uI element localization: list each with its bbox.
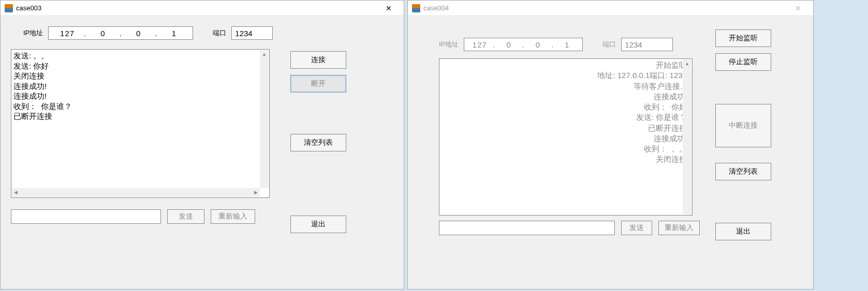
- port-input[interactable]: [621, 38, 673, 51]
- send-button[interactable]: 发送: [167, 209, 204, 224]
- ip-seg-1: 127: [53, 29, 82, 38]
- message-input[interactable]: [11, 209, 161, 224]
- start-listen-button[interactable]: 开始监听: [715, 29, 771, 47]
- log-line: 关闭连接: [13, 71, 267, 81]
- send-button[interactable]: 发送: [621, 221, 652, 235]
- ip-input[interactable]: 127 . 0 . 0 . 1: [48, 26, 193, 40]
- scroll-up-icon[interactable]: ▲: [683, 59, 692, 68]
- log-line: 等待客户连接...: [442, 81, 687, 91]
- scroll-right-icon[interactable]: ▶: [254, 190, 258, 196]
- ip-seg-4: 1: [556, 40, 578, 49]
- scroll-up-icon[interactable]: ▲: [260, 50, 269, 59]
- ip-seg-1: 127: [468, 40, 491, 49]
- log-line: 开始监听: [442, 60, 687, 70]
- titlebar-right[interactable]: case004 ✕: [408, 1, 813, 16]
- interrupt-connection-button[interactable]: 中断连接: [715, 104, 771, 147]
- close-icon[interactable]: ✕: [787, 2, 809, 14]
- log-list[interactable]: 开始监听 地址: 127.0.0.1端口: 1234 等待客户连接... 连接成…: [439, 58, 693, 216]
- ip-input[interactable]: 127 . 0 . 0 . 1: [464, 38, 583, 51]
- disconnect-button[interactable]: 断开: [290, 75, 346, 93]
- stop-listen-button[interactable]: 停止监听: [715, 53, 771, 71]
- log-line: 关闭连接: [442, 154, 687, 164]
- ip-seg-3: 0: [124, 29, 153, 38]
- log-line: 连接成功!: [13, 81, 267, 91]
- scrollbar-vertical[interactable]: ▲: [683, 59, 692, 215]
- app-icon: [412, 4, 420, 12]
- log-list[interactable]: 发送: 。。 发送: 你好 关闭连接 连接成功! 连接成功! 收到： 你是谁？ …: [11, 49, 270, 198]
- log-line: 收到： 你是谁？: [13, 101, 267, 112]
- ip-seg-2: 0: [498, 40, 520, 49]
- log-line: 发送: 你是谁？: [442, 112, 687, 122]
- port-label: 端口: [213, 28, 226, 38]
- client-area-left: IP地址 127 . 0 . 0 . 1 端口 发送: 。。 发送: 你好 关闭…: [1, 16, 404, 289]
- message-input[interactable]: [439, 221, 615, 235]
- ip-seg-3: 0: [527, 40, 549, 49]
- log-line: 收到： 你好: [442, 102, 687, 112]
- close-icon[interactable]: ✕: [378, 2, 400, 14]
- scrollbar-horizontal[interactable]: ◀ ▶: [12, 188, 260, 197]
- log-line: 收到： 。。: [442, 144, 687, 154]
- ip-label: IP地址: [23, 28, 43, 38]
- ip-seg-2: 0: [89, 29, 117, 38]
- window-title: case004: [423, 4, 787, 12]
- exit-button[interactable]: 退出: [290, 216, 346, 233]
- clear-list-button[interactable]: 清空列表: [290, 134, 346, 151]
- port-input[interactable]: [231, 26, 273, 40]
- titlebar-left[interactable]: case003 ✕: [1, 1, 404, 16]
- log-line: 连接成功!: [442, 133, 687, 144]
- log-line: 地址: 127.0.0.1端口: 1234: [442, 70, 687, 81]
- log-line: 已断开连接: [13, 111, 267, 121]
- log-line: 发送: 你好: [13, 61, 267, 71]
- port-label: 端口: [602, 40, 616, 49]
- clear-list-button[interactable]: 清空列表: [715, 163, 771, 180]
- client-area-right: IP地址 127 . 0 . 0 . 1 端口 开始监听: [408, 16, 813, 289]
- reinput-button[interactable]: 重新输入: [658, 221, 700, 235]
- window-title: case003: [16, 4, 378, 12]
- app-icon: [5, 4, 13, 12]
- ip-label: IP地址: [439, 40, 459, 49]
- exit-button[interactable]: 退出: [715, 223, 771, 240]
- log-line: 连接成功!: [442, 91, 687, 102]
- log-line: 已断开连接: [442, 123, 687, 133]
- scroll-left-icon[interactable]: ◀: [14, 190, 18, 196]
- connect-button[interactable]: 连接: [290, 51, 346, 69]
- ip-seg-4: 1: [160, 29, 189, 38]
- desktop-spacer: [814, 0, 868, 291]
- scrollbar-vertical[interactable]: ▲: [260, 50, 269, 188]
- window-case004: case004 ✕ IP地址 127 . 0 . 0 . 1: [407, 0, 814, 289]
- reinput-button[interactable]: 重新输入: [211, 209, 255, 224]
- window-case003: case003 ✕ IP地址 127 . 0 . 0 . 1 端口 发送: 。。: [0, 0, 404, 289]
- log-line: 连接成功!: [13, 91, 267, 101]
- log-line: 发送: 。。: [13, 51, 267, 61]
